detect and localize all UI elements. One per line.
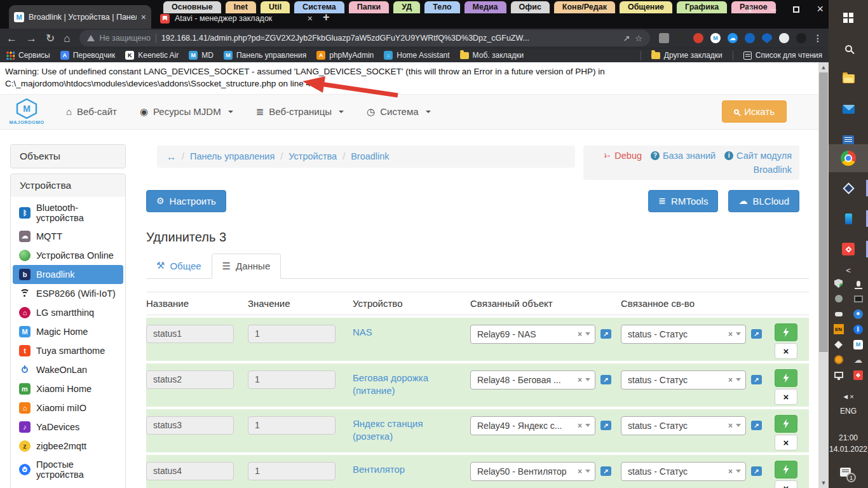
name-input[interactable] bbox=[146, 325, 234, 343]
tab-data[interactable]: ☰ Данные bbox=[212, 254, 281, 279]
goto-object-icon[interactable]: ↗ bbox=[600, 466, 611, 476]
clock-date[interactable]: 14.01.2022 bbox=[829, 445, 868, 454]
nav-website[interactable]: ⌂ Веб-сайт bbox=[66, 106, 117, 117]
value-input[interactable] bbox=[248, 462, 336, 480]
configure-button[interactable]: ⚙ Настроить bbox=[146, 190, 226, 212]
chrome-button[interactable] bbox=[829, 144, 868, 172]
clear-icon[interactable]: × bbox=[578, 467, 582, 476]
address-bar[interactable]: Не защищено 192.168.1.41/admin.php?pd=ZG… bbox=[79, 30, 650, 46]
sidebar-item-broadlink[interactable]: b Broadlink bbox=[13, 265, 123, 284]
remove-link-button[interactable]: × bbox=[775, 435, 797, 451]
bookmark-mobile[interactable]: Моб. закладки bbox=[460, 51, 524, 60]
sidebar-item-devices-onlain[interactable]: K Устройства Онлайн bbox=[13, 484, 123, 488]
home-icon[interactable]: ⌂ bbox=[64, 33, 70, 44]
majordomo-logo[interactable]: M MAJORDOMO bbox=[10, 98, 43, 125]
power-toggle-button[interactable] bbox=[775, 461, 797, 478]
linked-property-select[interactable]: status - Статус × bbox=[621, 325, 746, 344]
linked-object-select[interactable]: Relay50 - Вентилятор × bbox=[470, 462, 595, 481]
clock-time[interactable]: 21:00 bbox=[829, 433, 868, 442]
virtualbox-button[interactable] bbox=[829, 175, 868, 201]
name-input[interactable] bbox=[146, 416, 234, 435]
name-input[interactable] bbox=[146, 462, 234, 480]
folder-tab[interactable]: Папки bbox=[348, 0, 390, 13]
sidebar-item-objects[interactable]: Объекты bbox=[11, 145, 125, 168]
browser-menu-icon[interactable]: ⋮ bbox=[813, 33, 822, 43]
goto-object-icon[interactable]: ↗ bbox=[600, 421, 611, 430]
cloud-tray-icon[interactable]: ☁ bbox=[853, 355, 864, 365]
folder-tab[interactable]: Тело bbox=[423, 0, 461, 13]
microphone-icon[interactable] bbox=[853, 278, 864, 288]
account-lock-icon[interactable] bbox=[853, 309, 864, 319]
bookmark-translator[interactable]: A Переводчик bbox=[60, 51, 116, 60]
anydesk-button[interactable] bbox=[829, 236, 868, 262]
scrollbar-thumb[interactable] bbox=[819, 72, 828, 352]
tray-expand-button[interactable]: < bbox=[829, 263, 868, 277]
shield-extension-icon[interactable] bbox=[762, 33, 772, 43]
feather-extension-icon[interactable] bbox=[745, 33, 755, 43]
coin-tray-icon[interactable] bbox=[834, 355, 844, 365]
rmtools-button[interactable]: ≣ RMTools bbox=[648, 190, 718, 212]
linked-object-select[interactable]: Relay49 - Яндекс с... × bbox=[470, 416, 595, 435]
reading-list-button[interactable]: Список для чтения bbox=[743, 51, 822, 60]
maximize-icon[interactable] bbox=[793, 6, 799, 13]
goto-property-icon[interactable]: ↗ bbox=[751, 329, 762, 339]
bluetooth-tray-icon[interactable]: ᛒ bbox=[853, 324, 864, 334]
power-toggle-button[interactable] bbox=[775, 323, 797, 341]
clear-icon[interactable]: × bbox=[578, 330, 582, 339]
remove-link-button[interactable]: × bbox=[775, 389, 797, 405]
bookmark-md[interactable]: M MD bbox=[189, 51, 214, 60]
folder-tab[interactable]: Медиа bbox=[463, 0, 508, 13]
sidebar-item-esp8266[interactable]: ESP8266 (Wifi-IoT) bbox=[13, 284, 123, 303]
clear-icon[interactable]: × bbox=[578, 421, 582, 430]
tab-close-icon[interactable]: × bbox=[308, 14, 313, 23]
linked-property-select[interactable]: status - Статус × bbox=[621, 370, 746, 390]
dropbox-icon[interactable] bbox=[834, 339, 844, 349]
folder-tab[interactable]: Офис bbox=[510, 0, 551, 13]
clear-icon[interactable]: × bbox=[728, 330, 733, 339]
sidebar-item-xiaomi-home[interactable]: m Xiaomi Home bbox=[13, 379, 123, 398]
sidebar-item-tuya[interactable]: t Tuya smarthome bbox=[13, 341, 123, 360]
breadcrumb-devices[interactable]: Устройства bbox=[288, 151, 337, 161]
monitor-tray-icon[interactable] bbox=[853, 294, 864, 304]
reload-icon[interactable]: ↻ bbox=[46, 33, 55, 44]
majordomo-extension-icon[interactable]: M bbox=[710, 33, 721, 43]
sidebar-item-yadevices[interactable]: ♪ YaDevices bbox=[13, 417, 123, 437]
folder-tab[interactable]: Графика bbox=[675, 0, 728, 13]
module-site-link[interactable]: iСайт модуля bbox=[724, 151, 792, 161]
agent-tray-icon[interactable] bbox=[834, 294, 844, 304]
url-text[interactable]: 192.168.1.41/admin.php?pd=ZGV2X2Jyb2FkbG… bbox=[161, 34, 618, 43]
sidebar-item-xiaomi-miio[interactable]: ⌂ Xiaomi miIO bbox=[13, 398, 123, 417]
goto-property-icon[interactable]: ↗ bbox=[751, 466, 762, 476]
tab-close-icon[interactable]: × bbox=[141, 13, 146, 22]
extensions-puzzle-icon[interactable] bbox=[779, 33, 789, 43]
start-button[interactable] bbox=[829, 5, 868, 30]
sidebar-item-mqtt[interactable]: ☁ MQTT bbox=[13, 227, 123, 246]
module-name-link[interactable]: Broadlink bbox=[591, 165, 792, 175]
linked-object-select[interactable]: Relay48 - Беговая ... × bbox=[470, 370, 595, 390]
clear-icon[interactable]: × bbox=[728, 376, 733, 384]
anydesk-tray-icon[interactable] bbox=[853, 370, 864, 380]
back-icon[interactable]: ← bbox=[6, 33, 17, 44]
sidebar-item-magic-home[interactable]: M Magic Home bbox=[13, 322, 123, 341]
nav-webpages[interactable]: ≣ Веб-страницы bbox=[256, 106, 344, 118]
bookmark-control-panel[interactable]: M Панель управления bbox=[224, 51, 306, 60]
close-icon[interactable]: × bbox=[817, 3, 824, 16]
language-badge[interactable]: EN bbox=[834, 324, 844, 334]
linked-object-select[interactable]: Relay69 - NAS × bbox=[470, 325, 595, 344]
bookmark-phpmyadmin[interactable]: A phpMyAdmin bbox=[316, 51, 374, 60]
clear-icon[interactable]: × bbox=[728, 421, 733, 430]
bookmark-home-assistant[interactable]: ⌂ Home Assistant bbox=[384, 51, 449, 60]
folder-tab[interactable]: УД bbox=[392, 0, 421, 13]
device-link[interactable]: NAS bbox=[353, 325, 372, 339]
sidebar-item-devices[interactable]: Устройства bbox=[11, 174, 125, 197]
clear-icon[interactable]: × bbox=[578, 376, 582, 384]
sidebar-item-wakeonlan[interactable]: WakeOnLan bbox=[13, 360, 123, 379]
debug-link[interactable]: ↔↕Debug bbox=[603, 151, 642, 161]
forward-icon[interactable]: → bbox=[26, 33, 37, 44]
bookmark-keenetic[interactable]: K Keenetic Air bbox=[125, 51, 179, 60]
resize-arrows-icon[interactable]: ↔ bbox=[166, 151, 176, 162]
goto-property-icon[interactable]: ↗ bbox=[751, 375, 762, 384]
sidebar-item-simple-devices[interactable]: Простые устройства bbox=[13, 456, 123, 484]
browser-tab-active[interactable]: M Broadlink | Устройства | Панель у × bbox=[9, 5, 151, 29]
nav-resources[interactable]: ◉ Ресурсы MJDM bbox=[140, 106, 233, 118]
